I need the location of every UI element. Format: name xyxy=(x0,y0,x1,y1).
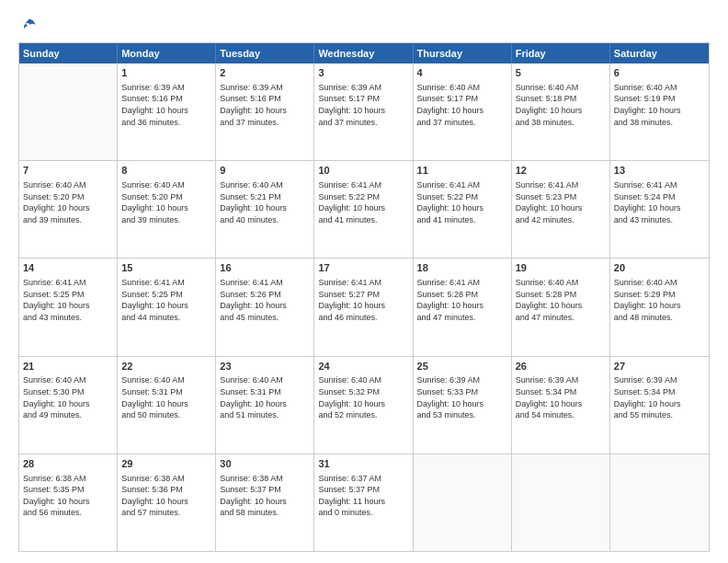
calendar-cell: 3Sunrise: 6:39 AM Sunset: 5:17 PM Daylig… xyxy=(314,63,413,160)
calendar-cell: 18Sunrise: 6:41 AM Sunset: 5:28 PM Dayli… xyxy=(414,259,512,355)
day-number: 26 xyxy=(516,360,606,373)
calendar-cell: 31Sunrise: 6:37 AM Sunset: 5:37 PM Dayli… xyxy=(314,454,413,551)
day-info: Sunrise: 6:40 AM Sunset: 5:19 PM Dayligh… xyxy=(614,82,705,128)
day-info: Sunrise: 6:39 AM Sunset: 5:16 PM Dayligh… xyxy=(220,82,310,128)
day-info: Sunrise: 6:40 AM Sunset: 5:20 PM Dayligh… xyxy=(121,179,211,225)
day-number: 14 xyxy=(23,261,113,275)
logo-text xyxy=(18,17,37,33)
calendar-cell: 13Sunrise: 6:41 AM Sunset: 5:24 PM Dayli… xyxy=(610,161,709,258)
calendar-week-4: 21Sunrise: 6:40 AM Sunset: 5:30 PM Dayli… xyxy=(19,357,709,454)
calendar-cell: 19Sunrise: 6:40 AM Sunset: 5:28 PM Dayli… xyxy=(512,259,610,355)
day-info: Sunrise: 6:40 AM Sunset: 5:31 PM Dayligh… xyxy=(121,374,211,420)
day-info: Sunrise: 6:37 AM Sunset: 5:37 PM Dayligh… xyxy=(318,473,408,519)
calendar-cell: 17Sunrise: 6:41 AM Sunset: 5:27 PM Dayli… xyxy=(314,259,413,355)
day-info: Sunrise: 6:40 AM Sunset: 5:20 PM Dayligh… xyxy=(23,179,113,225)
day-info: Sunrise: 6:40 AM Sunset: 5:32 PM Dayligh… xyxy=(318,374,408,420)
calendar-cell: 9Sunrise: 6:40 AM Sunset: 5:21 PM Daylig… xyxy=(216,161,314,258)
header-day-saturday: Saturday xyxy=(610,43,709,63)
day-info: Sunrise: 6:40 AM Sunset: 5:18 PM Dayligh… xyxy=(516,82,606,128)
day-info: Sunrise: 6:40 AM Sunset: 5:17 PM Dayligh… xyxy=(417,82,507,128)
day-number: 30 xyxy=(220,457,310,471)
day-number: 19 xyxy=(516,261,606,275)
page: SundayMondayTuesdayWednesdayThursdayFrid… xyxy=(0,0,728,563)
day-info: Sunrise: 6:41 AM Sunset: 5:27 PM Dayligh… xyxy=(318,277,408,323)
day-number: 22 xyxy=(121,360,211,373)
day-number: 9 xyxy=(220,164,310,178)
day-number: 23 xyxy=(220,360,310,373)
header-day-sunday: Sunday xyxy=(19,43,118,63)
day-info: Sunrise: 6:39 AM Sunset: 5:34 PM Dayligh… xyxy=(516,374,606,420)
day-number: 17 xyxy=(318,261,408,275)
calendar: SundayMondayTuesdayWednesdayThursdayFrid… xyxy=(18,42,710,552)
day-info: Sunrise: 6:38 AM Sunset: 5:36 PM Dayligh… xyxy=(121,473,211,519)
calendar-body: 1Sunrise: 6:39 AM Sunset: 5:16 PM Daylig… xyxy=(19,63,709,551)
calendar-cell: 11Sunrise: 6:41 AM Sunset: 5:22 PM Dayli… xyxy=(414,161,512,258)
day-number: 11 xyxy=(417,164,507,178)
day-number: 1 xyxy=(121,66,211,80)
header-day-thursday: Thursday xyxy=(414,43,512,63)
calendar-cell: 8Sunrise: 6:40 AM Sunset: 5:20 PM Daylig… xyxy=(118,161,216,258)
day-info: Sunrise: 6:41 AM Sunset: 5:26 PM Dayligh… xyxy=(220,277,310,323)
calendar-cell: 25Sunrise: 6:39 AM Sunset: 5:33 PM Dayli… xyxy=(414,357,512,454)
calendar-cell xyxy=(610,454,709,551)
day-number: 16 xyxy=(220,261,310,275)
day-info: Sunrise: 6:41 AM Sunset: 5:23 PM Dayligh… xyxy=(516,179,606,225)
day-number: 7 xyxy=(23,164,113,178)
calendar-cell xyxy=(19,63,118,160)
day-number: 12 xyxy=(516,164,606,178)
day-number: 21 xyxy=(23,360,113,373)
day-info: Sunrise: 6:40 AM Sunset: 5:21 PM Dayligh… xyxy=(220,179,310,225)
day-info: Sunrise: 6:40 AM Sunset: 5:30 PM Dayligh… xyxy=(23,374,113,420)
calendar-cell: 29Sunrise: 6:38 AM Sunset: 5:36 PM Dayli… xyxy=(118,454,216,551)
day-info: Sunrise: 6:39 AM Sunset: 5:16 PM Dayligh… xyxy=(121,82,211,128)
day-info: Sunrise: 6:41 AM Sunset: 5:24 PM Dayligh… xyxy=(614,179,705,225)
calendar-cell: 7Sunrise: 6:40 AM Sunset: 5:20 PM Daylig… xyxy=(19,161,118,258)
calendar-cell: 12Sunrise: 6:41 AM Sunset: 5:23 PM Dayli… xyxy=(512,161,610,258)
day-number: 18 xyxy=(417,261,507,275)
header-day-tuesday: Tuesday xyxy=(216,43,314,63)
calendar-cell: 4Sunrise: 6:40 AM Sunset: 5:17 PM Daylig… xyxy=(414,63,512,160)
calendar-cell xyxy=(512,454,610,551)
day-number: 20 xyxy=(614,261,705,275)
calendar-cell: 5Sunrise: 6:40 AM Sunset: 5:18 PM Daylig… xyxy=(512,63,610,160)
header-day-monday: Monday xyxy=(118,43,216,63)
calendar-cell: 15Sunrise: 6:41 AM Sunset: 5:25 PM Dayli… xyxy=(118,259,216,355)
day-info: Sunrise: 6:38 AM Sunset: 5:35 PM Dayligh… xyxy=(23,473,113,519)
header-day-wednesday: Wednesday xyxy=(314,43,413,63)
day-number: 8 xyxy=(121,164,211,178)
calendar-week-2: 7Sunrise: 6:40 AM Sunset: 5:20 PM Daylig… xyxy=(19,161,709,259)
day-number: 29 xyxy=(121,457,211,471)
calendar-cell: 28Sunrise: 6:38 AM Sunset: 5:35 PM Dayli… xyxy=(19,454,118,551)
day-number: 10 xyxy=(318,164,408,178)
day-info: Sunrise: 6:40 AM Sunset: 5:31 PM Dayligh… xyxy=(220,374,310,420)
day-info: Sunrise: 6:41 AM Sunset: 5:22 PM Dayligh… xyxy=(417,179,507,225)
day-info: Sunrise: 6:38 AM Sunset: 5:37 PM Dayligh… xyxy=(220,473,310,519)
day-number: 13 xyxy=(614,164,705,178)
day-info: Sunrise: 6:41 AM Sunset: 5:25 PM Dayligh… xyxy=(121,277,211,323)
calendar-cell: 16Sunrise: 6:41 AM Sunset: 5:26 PM Dayli… xyxy=(216,259,314,355)
day-info: Sunrise: 6:41 AM Sunset: 5:28 PM Dayligh… xyxy=(417,277,507,323)
logo-bird-icon xyxy=(20,17,37,33)
header xyxy=(18,17,710,33)
calendar-week-3: 14Sunrise: 6:41 AM Sunset: 5:25 PM Dayli… xyxy=(19,259,709,356)
calendar-cell: 2Sunrise: 6:39 AM Sunset: 5:16 PM Daylig… xyxy=(216,63,314,160)
day-number: 2 xyxy=(220,66,310,80)
calendar-cell: 20Sunrise: 6:40 AM Sunset: 5:29 PM Dayli… xyxy=(610,259,709,355)
day-number: 15 xyxy=(121,261,211,275)
day-info: Sunrise: 6:39 AM Sunset: 5:33 PM Dayligh… xyxy=(417,374,507,420)
calendar-cell: 23Sunrise: 6:40 AM Sunset: 5:31 PM Dayli… xyxy=(216,357,314,454)
header-day-friday: Friday xyxy=(512,43,610,63)
calendar-cell xyxy=(414,454,512,551)
day-number: 25 xyxy=(417,360,507,373)
day-info: Sunrise: 6:39 AM Sunset: 5:17 PM Dayligh… xyxy=(318,82,408,128)
day-info: Sunrise: 6:41 AM Sunset: 5:25 PM Dayligh… xyxy=(23,277,113,323)
calendar-cell: 26Sunrise: 6:39 AM Sunset: 5:34 PM Dayli… xyxy=(512,357,610,454)
calendar-cell: 27Sunrise: 6:39 AM Sunset: 5:34 PM Dayli… xyxy=(610,357,709,454)
day-number: 24 xyxy=(318,360,408,373)
calendar-cell: 14Sunrise: 6:41 AM Sunset: 5:25 PM Dayli… xyxy=(19,259,118,355)
calendar-cell: 24Sunrise: 6:40 AM Sunset: 5:32 PM Dayli… xyxy=(314,357,413,454)
day-info: Sunrise: 6:39 AM Sunset: 5:34 PM Dayligh… xyxy=(614,374,705,420)
day-info: Sunrise: 6:41 AM Sunset: 5:22 PM Dayligh… xyxy=(318,179,408,225)
calendar-cell: 1Sunrise: 6:39 AM Sunset: 5:16 PM Daylig… xyxy=(118,63,216,160)
calendar-week-5: 28Sunrise: 6:38 AM Sunset: 5:35 PM Dayli… xyxy=(19,454,709,551)
